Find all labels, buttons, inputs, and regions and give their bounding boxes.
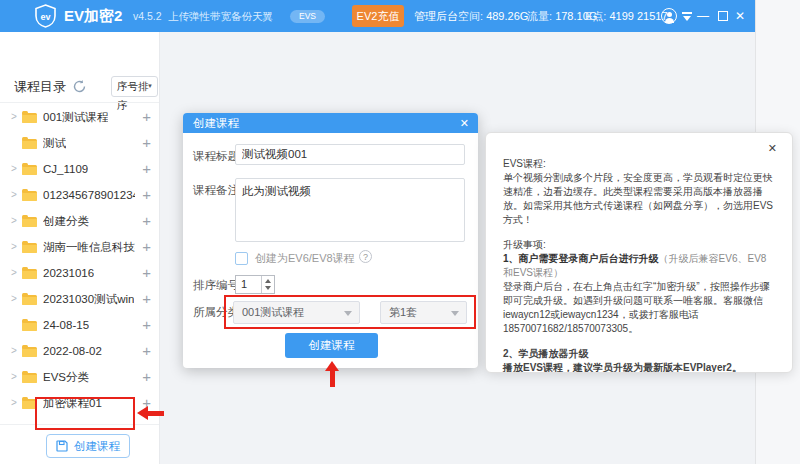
add-icon[interactable]: + (142, 104, 151, 130)
user-avatar-icon[interactable] (661, 8, 677, 24)
folder-row[interactable]: >20231016+ (0, 260, 159, 286)
evs-info-panel: ✕ EVS课程: 单个视频分割成多个片段，安全度更高，学员观看时定位更快速精准，… (485, 132, 793, 373)
add-icon[interactable]: + (142, 286, 151, 312)
evs-panel-close-icon[interactable]: ✕ (768, 142, 777, 155)
folder-row[interactable]: >湖南一唯信息科技有限公司湖...+ (0, 234, 159, 260)
evs-description: 单个视频分割成多个片段，安全度更高，学员观看时定位更快速精准，边看边缓存。此类型… (503, 171, 775, 227)
expand-chevron-icon[interactable]: > (11, 260, 21, 286)
evs-badge: EVS (290, 10, 325, 23)
app-title: EV加密2 (64, 0, 122, 32)
save-file-icon (56, 440, 68, 452)
expand-chevron-icon[interactable]: > (11, 390, 21, 416)
add-icon[interactable]: + (142, 364, 151, 390)
svg-text:ev: ev (40, 12, 50, 22)
folder-row[interactable]: >创建分类+ (0, 208, 159, 234)
expand-chevron-icon[interactable]: > (11, 338, 21, 364)
ev6-ev8-checkbox[interactable] (235, 252, 248, 265)
folder-label: 24-08-15 (43, 312, 89, 338)
sort-number-stepper[interactable]: 1 (235, 275, 275, 294)
folder-label: 2022-08-02 (43, 338, 102, 364)
add-icon[interactable]: + (142, 182, 151, 208)
folder-row[interactable]: >20231030测试win+ (0, 286, 159, 312)
folder-icon (22, 113, 37, 123)
stepper-up-icon[interactable] (265, 279, 271, 283)
folder-label: 20231016 (43, 260, 94, 286)
epoint-value: 4199 (609, 10, 633, 22)
annotation-arrow-left (137, 406, 148, 420)
add-icon[interactable]: + (142, 156, 151, 182)
folder-icon (22, 347, 37, 357)
expand-chevron-icon[interactable]: > (11, 208, 21, 234)
add-icon[interactable]: + (142, 260, 151, 286)
space-stat: 空间: 489.26G (458, 0, 528, 32)
stepper-arrows (261, 276, 274, 293)
upgrade-item2-title: 2、学员播放器升级 (503, 347, 775, 361)
folder-label: EVS分类 (43, 364, 89, 390)
folder-label: 湖南一唯信息科技有限公司湖... (43, 234, 135, 260)
app-subtitle: 上传弹性带宽备份天翼 (168, 0, 273, 32)
annotation-arrow-left-bar (148, 411, 164, 416)
app-logo-shield-icon: ev (34, 4, 57, 28)
upgrade-item1-body: 登录商户后台，在右上角点击红字“加密升级”，按照操作步骤即可完成升级。如遇到升级… (503, 280, 775, 336)
folder-row[interactable]: 测试+ (0, 130, 159, 156)
folder-icon (22, 191, 37, 201)
dialog-title: 创建课程 (193, 113, 239, 133)
add-icon[interactable]: + (142, 130, 151, 156)
folder-row[interactable]: >EVS分类+ (0, 364, 159, 390)
course-title-input[interactable] (235, 144, 465, 165)
expand-chevron-icon[interactable]: > (11, 182, 21, 208)
folder-list: >001测试课程+ 测试+ >CJ_1109+ >012345678901234… (0, 104, 159, 416)
expand-chevron-icon[interactable]: > (11, 234, 21, 260)
evs-heading: EVS课程: (503, 157, 775, 171)
refresh-icon[interactable] (72, 79, 87, 98)
folder-label: CJ_1109 (43, 156, 88, 182)
add-icon[interactable]: + (142, 234, 151, 260)
folder-label: 创建分类 (43, 208, 89, 234)
ev2-recharge-button[interactable]: EV2充值 (352, 5, 404, 27)
create-course-button[interactable]: 创建课程 (46, 434, 130, 458)
add-icon[interactable]: + (142, 208, 151, 234)
folder-label: 测试 (43, 130, 66, 156)
dropdown-menu-icon[interactable] (682, 12, 692, 20)
expand-chevron-icon[interactable]: > (11, 156, 21, 182)
chevron-down-icon: ▼ (147, 77, 153, 96)
maximize-button[interactable] (718, 11, 728, 21)
epoint-stat: E点: 4199 (585, 0, 634, 32)
folder-row[interactable]: >0123456789012345678901+ (0, 182, 159, 208)
course-note-textarea[interactable]: 此为测试视频 (235, 178, 465, 242)
dialog-close-icon[interactable]: ✕ (460, 113, 469, 133)
sidebar-title: 课程目录 (14, 78, 66, 96)
folder-row[interactable]: >001测试课程+ (0, 104, 159, 130)
epoint-label: E点: (585, 10, 606, 22)
folder-icon (22, 321, 37, 331)
app-header: ev EV加密2 v4.5.2 上传弹性带宽备份天翼 EVS EV2充值 管理后… (0, 0, 755, 32)
close-button[interactable]: ✕ (732, 0, 748, 32)
sort-order-dropdown[interactable]: 序号排序 ▼ (111, 76, 158, 97)
upgrade-item2-line1: 播放EVS课程，建议学员升级为最新版本EVPlayer2。 (503, 361, 775, 373)
space-label: 空间: (458, 10, 483, 22)
annotation-rectangle-category (224, 295, 476, 329)
folder-icon (22, 269, 37, 279)
folder-label: 001测试课程 (43, 104, 108, 130)
expand-chevron-icon[interactable]: > (11, 104, 21, 130)
expand-chevron-icon[interactable]: > (11, 286, 21, 312)
help-question-icon[interactable]: ? (359, 250, 372, 263)
folder-label: 20231030测试win (43, 286, 134, 312)
admin-backend-link[interactable]: 管理后台 (414, 0, 458, 32)
add-icon[interactable]: + (142, 312, 151, 338)
folder-row[interactable]: >CJ_1109+ (0, 156, 159, 182)
sort-number-value: 1 (241, 276, 247, 293)
stepper-down-icon[interactable] (265, 286, 271, 290)
space-value: 489.26G (486, 10, 528, 22)
add-icon[interactable]: + (142, 338, 151, 364)
folder-row[interactable]: 24-08-15+ (0, 312, 159, 338)
submit-create-course-button[interactable]: 创建课程 (285, 333, 378, 358)
minimize-button[interactable]: — (695, 0, 711, 32)
folder-label: 0123456789012345678901 (43, 182, 135, 208)
folder-row[interactable]: >2022-08-02+ (0, 338, 159, 364)
create-course-label: 创建课程 (74, 440, 120, 452)
dialog-titlebar: 创建课程 ✕ (183, 113, 478, 133)
expand-chevron-icon[interactable]: > (11, 364, 21, 390)
traffic-label: 流量: (527, 10, 552, 22)
app-version: v4.5.2 (133, 0, 162, 32)
